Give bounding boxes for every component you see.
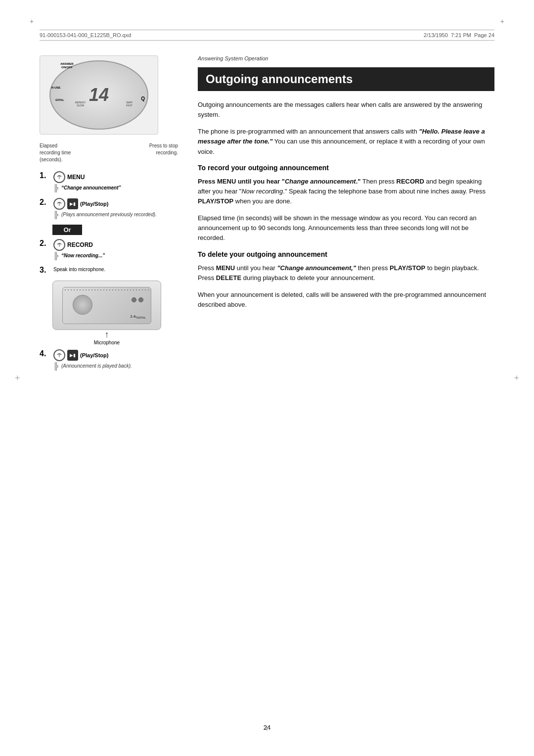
delete-paragraph-1: Press MENU until you hear "Change announ… [198, 263, 494, 283]
step-2b-number: 2. [40, 239, 49, 248]
center-cross: + [265, 724, 270, 734]
section-tag: Answering System Operation [198, 55, 494, 61]
mic-dots [65, 289, 149, 290]
record-paragraph-1: Press MENU until you hear "Change announ… [198, 177, 494, 206]
page-title: Outgoing announcements [198, 67, 494, 91]
playstop-icon-2a: ▶▮ [67, 198, 78, 209]
step-2b-sub: “Now recording...” [61, 253, 105, 258]
step-1-content: MENU ╠ “Change announcement” [53, 171, 178, 192]
step-2a-number: 2. [40, 198, 49, 207]
or-divider: Or [52, 225, 82, 235]
phone-center-number: 14 [89, 85, 109, 105]
menu-icon-2a [53, 198, 65, 210]
mic-btn-1 [132, 297, 136, 302]
step-2b: 2. RECORD ╠ “Now recording...” [40, 239, 178, 260]
header-file-ref: 91-000153-041-000_E1225B_RO.qxd [40, 32, 131, 38]
delete-paragraph-2: When your announcement is deleted, calls… [198, 290, 494, 310]
phone-label-repeat: REPEAT/SLOW [75, 101, 86, 107]
device-inner: 14 ANSWERON/OFF N USE GITAL REPEAT/SLOW … [49, 60, 148, 130]
intro-paragraph-2: The phone is pre-programmed with an anno… [198, 127, 494, 156]
caption-left: Elapsed recording time (seconds). [40, 142, 71, 163]
mic-btn-2 [138, 297, 143, 302]
mic-small-buttons [132, 297, 143, 302]
mic-arrow: ↑ [52, 330, 161, 339]
menu-icon [53, 171, 65, 183]
speaker-icon-2b: ╠ [53, 252, 58, 260]
step-2a-label: (Play/Stop) [80, 201, 108, 207]
phone-label-answer: ANSWERON/OFF [60, 62, 74, 69]
microphone-device-image: 2.4₅IGITAL [52, 281, 161, 330]
step-4-number: 4. [40, 349, 49, 358]
step-1-number: 1. [40, 171, 49, 180]
header-line: 91-000153-041-000_E1225B_RO.qxd 2/13/195… [40, 30, 494, 41]
content-area: 14 ANSWERON/OFF N USE GITAL REPEAT/SLOW … [40, 55, 494, 376]
speaker-icon-4: ╠ [53, 362, 58, 370]
step-2b-content: RECORD ╠ “Now recording...” [53, 239, 178, 260]
step-4-icon: ▶▮ (Play/Stop) [53, 349, 178, 361]
device-image: 14 ANSWERON/OFF N USE GITAL REPEAT/SLOW … [40, 55, 158, 135]
mic-circle [73, 295, 92, 315]
step-1: 1. MENU ╠ “Change announcement” [40, 171, 178, 192]
step-2b-icon: RECORD [53, 239, 178, 251]
step-1-sub: “Change announcement” [61, 185, 121, 190]
step-1-icon: MENU [53, 171, 178, 183]
header-datetime: 2/13/1950 7:21 PM Page 24 [424, 32, 494, 38]
step-2a-icon: ▶▮ (Play/Stop) [53, 198, 178, 210]
phone-label-nuse: N USE [51, 86, 60, 89]
step-2b-label: RECORD [67, 241, 93, 248]
right-cross: + [514, 373, 519, 383]
caption-right: Press to stop recording. [149, 142, 178, 163]
phone-label-skip: SKIP/FAST [126, 101, 133, 107]
step-2a-desc: (Plays announcement previously recorded)… [61, 212, 157, 217]
intro-paragraph-1: Outgoing announcements are the messages … [198, 100, 494, 120]
step-1-label: MENU [67, 174, 92, 181]
step-4-label: (Play/Stop) [80, 352, 108, 358]
corner-mark-tl: + [30, 17, 34, 25]
microphone-image-container: 2.4₅IGITAL ↑ Microphone [52, 281, 161, 345]
menu-icon-4 [53, 349, 65, 361]
left-column: 14 ANSWERON/OFF N USE GITAL REPEAT/SLOW … [40, 55, 178, 376]
menu-icon-2b [53, 239, 65, 251]
mic-label: Microphone [52, 340, 161, 345]
corner-mark-tr: + [500, 17, 504, 25]
speaker-icon-2a: ╠ [53, 211, 58, 219]
step-2a-content: ▶▮ (Play/Stop) ╠ (Plays announcement pre… [53, 198, 178, 219]
right-column: Answering System Operation Outgoing anno… [198, 55, 494, 376]
record-paragraph-2: Elapsed time (in seconds) will be shown … [198, 213, 494, 243]
step-3: 3. Speak into microphone. [40, 266, 178, 275]
step-4-content: ▶▮ (Play/Stop) ╠ (Announcement is played… [53, 349, 178, 370]
page-container: + + + + 91-000153-041-000_E1225B_RO.qxd … [0, 0, 534, 756]
step-3-label: Speak into microphone. [53, 267, 105, 272]
speaker-icon-1: ╠ [53, 184, 58, 192]
mic-device-inner: 2.4₅IGITAL [62, 287, 151, 324]
step-3-number: 3. [40, 266, 49, 275]
playstop-icon-4: ▶▮ [67, 350, 78, 361]
left-cross: + [15, 373, 20, 383]
phone-label-digital: GITAL [55, 98, 64, 101]
step-4-desc: (Announcement is played back). [61, 363, 132, 369]
subheading-delete: To delete your outgoing announcement [198, 250, 494, 258]
phone-base: 14 ANSWERON/OFF N USE GITAL REPEAT/SLOW … [49, 60, 148, 130]
mic-brand-label: 2.4₅IGITAL [131, 315, 146, 319]
phone-label-q: Q [141, 96, 145, 101]
device-caption: Elapsed recording time (seconds). Press … [40, 142, 178, 163]
step-4: 4. ▶▮ (Play/Stop) ╠ [40, 349, 178, 370]
subheading-record: To record your outgoing announcement [198, 164, 494, 172]
step-2a: 2. ▶▮ (Play/Stop) ╠ [40, 198, 178, 219]
